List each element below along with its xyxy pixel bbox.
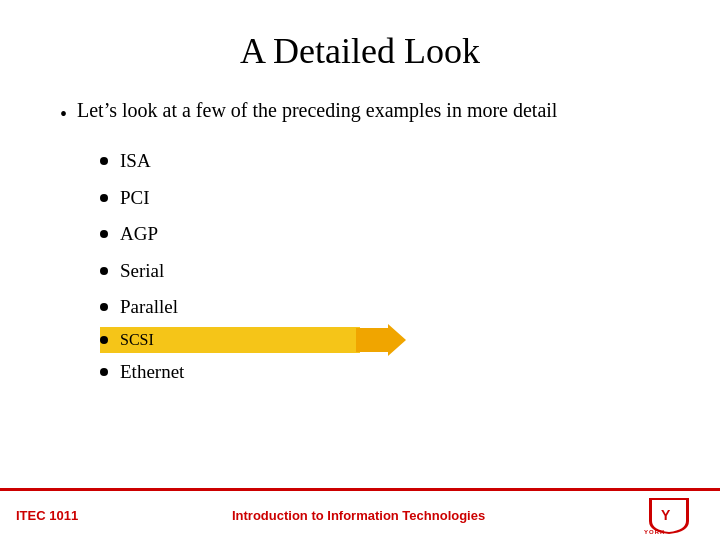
svg-marker-0: [356, 324, 406, 356]
bullet-dot-icon: [100, 267, 108, 275]
svg-text:UNIVERSITY: UNIVERSITY: [640, 535, 675, 536]
bullet-dot-icon: [100, 336, 108, 344]
list-item: Ethernet: [100, 355, 660, 390]
list-item-label: Serial: [120, 257, 164, 286]
list-item: Serial: [100, 254, 660, 289]
main-bullet: • Let’s look at a few of the preceding e…: [60, 96, 660, 128]
bullet-dot-icon: [100, 230, 108, 238]
slide-title: A Detailed Look: [60, 30, 660, 72]
main-bullet-dot: •: [60, 100, 67, 128]
list-item-label: PCI: [120, 184, 150, 213]
bullet-dot-icon: [100, 194, 108, 202]
scsi-highlight-bar: SCSI: [100, 327, 360, 353]
footer: ITEC 1011 Introduction to Information Te…: [0, 488, 720, 540]
york-university-logo: Y YORK UNIVERSITY: [639, 496, 699, 536]
list-item: ISA: [100, 144, 660, 179]
list-item: PCI: [100, 181, 660, 216]
footer-course-code: ITEC 1011: [16, 508, 78, 523]
footer-course-title: Introduction to Information Technologies: [232, 508, 485, 523]
svg-text:Y: Y: [661, 507, 671, 523]
list-item-highlighted: SCSI: [100, 327, 660, 353]
sub-bullets-list: ISA PCI AGP Serial Parallel: [100, 144, 660, 389]
list-item-label: ISA: [120, 147, 151, 176]
list-item-label: Ethernet: [120, 358, 184, 387]
arrow-right-icon: [356, 324, 406, 356]
list-item: AGP: [100, 217, 660, 252]
list-item-label: AGP: [120, 220, 158, 249]
slide: A Detailed Look • Let’s look at a few of…: [0, 0, 720, 540]
bullet-dot-icon: [100, 303, 108, 311]
list-item: Parallel: [100, 290, 660, 325]
bullet-dot-icon: [100, 368, 108, 376]
footer-logo: Y YORK UNIVERSITY: [639, 496, 704, 536]
list-item-label: Parallel: [120, 293, 178, 322]
main-bullet-text: Let’s look at a few of the preceding exa…: [77, 96, 557, 124]
list-item-label: SCSI: [120, 331, 154, 349]
bullet-dot-icon: [100, 157, 108, 165]
